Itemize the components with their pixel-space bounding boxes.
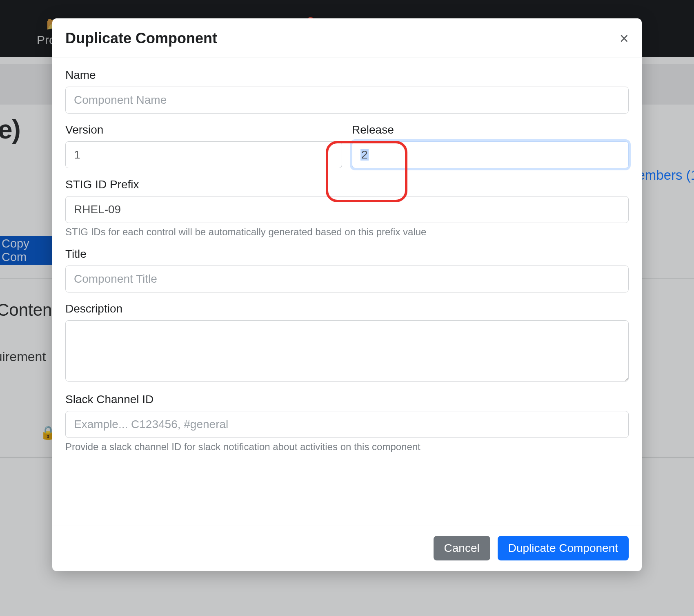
stig-prefix-input[interactable]	[65, 196, 629, 223]
release-value: 2	[360, 149, 369, 161]
name-label: Name	[65, 69, 629, 82]
title-input[interactable]	[65, 266, 629, 292]
release-label: Release	[352, 123, 629, 136]
stig-prefix-helper: STIG IDs for each control will be automa…	[65, 226, 629, 238]
slack-input[interactable]	[65, 411, 629, 438]
modal-footer: Cancel Duplicate Component	[52, 525, 642, 571]
cancel-button[interactable]: Cancel	[434, 536, 490, 560]
modal-body: Name Version Release 2 STIG ID Prefix ST…	[52, 58, 642, 525]
name-input[interactable]	[65, 87, 629, 114]
description-label: Description	[65, 302, 629, 315]
title-label: Title	[65, 248, 629, 261]
duplicate-component-modal: Duplicate Component × Name Version Relea…	[52, 18, 642, 571]
slack-helper: Provide a slack channel ID for slack not…	[65, 441, 629, 453]
duplicate-component-button[interactable]: Duplicate Component	[498, 536, 629, 560]
version-input[interactable]	[65, 141, 342, 168]
description-textarea[interactable]	[65, 320, 629, 382]
version-label: Version	[65, 123, 342, 136]
modal-title: Duplicate Component	[65, 30, 217, 47]
release-input[interactable]: 2	[352, 141, 629, 168]
modal-header: Duplicate Component ×	[52, 18, 642, 58]
stig-prefix-label: STIG ID Prefix	[65, 178, 629, 191]
slack-label: Slack Channel ID	[65, 393, 629, 406]
close-icon[interactable]: ×	[620, 31, 629, 46]
